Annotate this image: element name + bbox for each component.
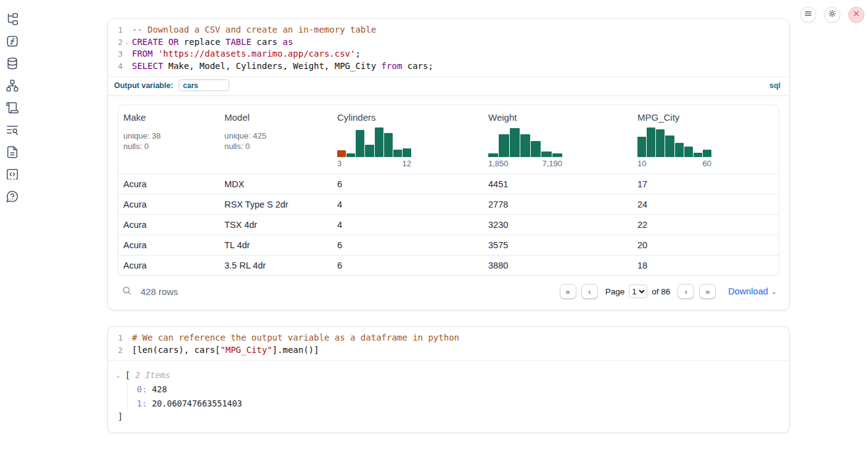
fold-chevron-icon[interactable]: ⌄	[123, 36, 131, 49]
code-token: "MPG_City"	[220, 345, 272, 355]
table-cell: 24	[633, 200, 779, 209]
table-row: AcuraRSX Type S 2dr4277824	[118, 194, 779, 214]
database-icon	[6, 62, 19, 72]
table-cell: 6	[332, 261, 483, 270]
python-code-editor[interactable]: 1# We can reference the output variable …	[108, 327, 789, 361]
column-stats: unique: 425 nulls: 0	[224, 131, 332, 152]
code-token: FROM	[132, 49, 153, 59]
code-token	[163, 37, 168, 47]
page-of-label: of 86	[652, 287, 670, 296]
table-cell: 3230	[483, 220, 633, 230]
code-line: 1-- Download a CSV and create an in-memo…	[108, 24, 789, 36]
sidebar-item-variables[interactable]	[6, 34, 19, 48]
sidebar-item-scratchpad[interactable]	[6, 101, 19, 115]
code-text: SELECT Make, Model, Cylinders, Weight, M…	[131, 60, 433, 73]
stat-unique: unique: 425	[224, 131, 332, 141]
column-header-model: Model unique: 425 nulls: 0	[219, 112, 332, 168]
column-title: Model	[224, 112, 332, 123]
column-title: Make	[123, 112, 219, 123]
axis-max-label: 12	[403, 159, 411, 168]
sidebar-item-file-explorer[interactable]	[6, 12, 19, 26]
gear-icon	[828, 9, 837, 20]
line-number: 2	[108, 36, 123, 49]
line-number: 4	[108, 60, 123, 73]
menu-icon	[804, 9, 813, 20]
table-cell: 18	[633, 261, 779, 270]
code-token: from	[382, 61, 403, 71]
histogram-bar	[647, 127, 655, 157]
table-cell: 6	[332, 240, 483, 250]
sidebar-item-datasources[interactable]	[6, 57, 19, 70]
table-cell: TSX 4dr	[219, 220, 332, 230]
text-search-icon	[6, 128, 19, 139]
code-line: 2[len(cars), cars["MPG_City"].mean()]	[108, 344, 789, 357]
close-bracket: ]	[118, 410, 779, 423]
notebook-controls	[800, 7, 864, 23]
column-header-mpg-city: MPG_City 10 60	[633, 112, 779, 168]
fold-gutter	[123, 48, 131, 60]
stat-nulls: nulls: 0	[224, 141, 332, 152]
weight-histogram: 1,850 7,190	[488, 127, 562, 168]
sidebar-item-logs[interactable]	[6, 123, 19, 137]
sidebar-item-documentation[interactable]	[6, 145, 19, 159]
last-page-button[interactable]: »	[699, 284, 716, 299]
page-select[interactable]: 1	[629, 285, 647, 298]
table-cell: 22	[633, 220, 779, 230]
code-token: replace	[179, 37, 226, 47]
collapse-toggle-icon[interactable]: ⌄	[117, 369, 124, 381]
menu-button[interactable]	[800, 7, 816, 23]
table-row: Acura3.5 RL 4dr6388018	[118, 255, 779, 275]
table-cell: TL 4dr	[219, 240, 332, 250]
column-title: Cylinders	[337, 112, 483, 123]
histogram-bar	[541, 152, 551, 157]
tree-entry: 1: 20.060747663551403	[137, 397, 779, 411]
sidebar-item-snippets[interactable]	[6, 168, 19, 181]
axis-min-label: 1,850	[488, 159, 509, 168]
histogram-axis: 1,850 7,190	[488, 159, 562, 168]
next-page-button[interactable]: ›	[678, 284, 694, 299]
histogram-bar	[531, 141, 541, 157]
output-variable-bar: Output variable: sql	[108, 77, 789, 96]
code-text: # We can reference the output variable a…	[131, 332, 459, 344]
output-variable-label: Output variable:	[114, 81, 173, 90]
entry-index: 0:	[137, 384, 147, 394]
shutdown-button[interactable]	[848, 7, 864, 23]
sidebar-item-dependency-graph[interactable]	[6, 79, 19, 92]
histogram-bar	[665, 136, 674, 157]
first-page-button[interactable]: «	[560, 284, 576, 299]
histogram-bar	[375, 127, 383, 157]
histogram-bar	[365, 145, 374, 157]
histogram-bar	[684, 147, 693, 157]
table-cell: 4451	[483, 179, 633, 189]
sidebar	[6, 12, 22, 203]
table-cell: 17	[633, 179, 779, 189]
fold-gutter	[123, 332, 131, 344]
histogram-axis: 10 60	[637, 159, 711, 168]
stat-nulls: nulls: 0	[123, 141, 219, 152]
download-button[interactable]: Download ⌄	[728, 286, 777, 296]
sql-code-editor[interactable]: 1-- Download a CSV and create an in-memo…	[108, 19, 789, 77]
code-line: 2⌄CREATE OR replace TABLE cars as	[108, 36, 789, 49]
code-text: CREATE OR replace TABLE cars as	[131, 36, 293, 49]
tree-head: ⌄ [ 2 Items	[117, 369, 779, 381]
language-badge: sql	[769, 81, 780, 90]
search-icon[interactable]	[121, 285, 132, 297]
histogram-bar	[403, 148, 411, 157]
axis-max-label: 60	[703, 159, 711, 168]
table-cell: Acura	[118, 261, 219, 270]
sidebar-item-help[interactable]	[6, 190, 19, 203]
histogram-bars	[637, 127, 711, 157]
table-body: AcuraMDX6445117AcuraRSX Type S 2dr427782…	[118, 174, 779, 275]
settings-button[interactable]	[824, 7, 840, 23]
prev-page-button[interactable]: ‹	[581, 284, 598, 299]
histogram-bar	[356, 130, 364, 157]
histogram-bar	[520, 134, 530, 157]
code-token: TABLE	[226, 37, 252, 47]
histogram-bar	[703, 150, 711, 157]
fold-gutter	[123, 344, 131, 357]
output-variable-input[interactable]	[179, 79, 229, 91]
line-number: 2	[108, 344, 123, 357]
code-token: ].mean()]	[272, 345, 319, 355]
line-number: 1	[108, 24, 123, 36]
histogram-bar	[694, 153, 702, 157]
